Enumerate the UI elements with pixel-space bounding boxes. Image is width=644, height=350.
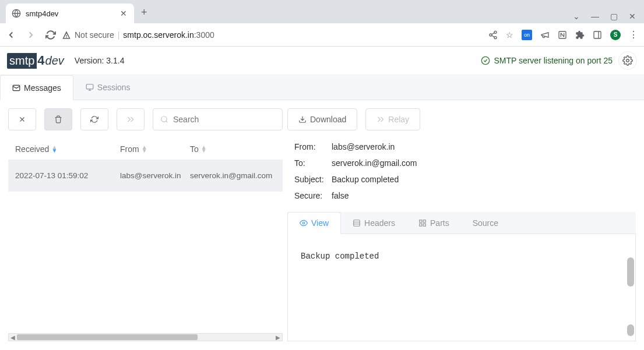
menu-icon[interactable]: ⋮ [629, 29, 638, 40]
svg-rect-9 [86, 84, 93, 89]
from-label: From: [294, 142, 332, 151]
app-logo: smtp 4 dev [7, 53, 64, 69]
vertical-scrollbar[interactable] [627, 257, 634, 336]
subject-value: Backup completed [332, 175, 399, 184]
svg-rect-14 [423, 220, 425, 222]
subject-label: Subject: [294, 175, 332, 184]
content-area: Received ▲▼ From ▲▼ To ▲▼ 2022-07-13 01:… [0, 100, 644, 349]
extension-notion-icon[interactable] [558, 30, 567, 40]
subtab-parts[interactable]: Parts [407, 212, 461, 234]
delete-button[interactable] [44, 108, 72, 130]
svg-point-11 [302, 222, 305, 224]
reload-button[interactable] [45, 30, 56, 40]
side-panel-icon[interactable] [593, 30, 602, 40]
check-circle-icon [481, 56, 490, 65]
url[interactable]: smtp.oc.serverok.in:3000 [123, 30, 214, 40]
detail-tabs: View Headers Parts Source [287, 212, 636, 234]
app-header: smtp 4 dev Version: 3.1.4 SMTP server li… [0, 47, 644, 75]
tab-messages[interactable]: Messages [0, 75, 73, 100]
message-row[interactable]: 2022-07-13 01:59:02 labs@serverok.in ser… [8, 160, 283, 192]
to-value: serverok.in@gmail.com [332, 158, 417, 168]
scroll-thumb[interactable] [627, 324, 634, 336]
relay-button[interactable]: Relay [365, 108, 420, 130]
forward-button[interactable] [26, 30, 36, 40]
svg-rect-12 [354, 220, 360, 226]
tab-close-icon[interactable]: ✕ [119, 8, 128, 19]
message-headers: From:labs@serverok.in To:serverok.in@gma… [287, 137, 636, 212]
close-window-icon[interactable]: ✕ [625, 12, 639, 21]
clear-button[interactable] [8, 108, 36, 130]
refresh-button[interactable] [80, 108, 108, 130]
extension-icon[interactable]: on [522, 30, 532, 40]
main-tabs: Messages Sessions [0, 75, 644, 100]
minimize-icon[interactable]: — [588, 12, 602, 21]
globe-icon [12, 9, 21, 18]
horizontal-scrollbar[interactable]: ◀ ▶ [8, 333, 283, 341]
relay-all-button[interactable] [117, 108, 145, 130]
scroll-thumb[interactable] [17, 334, 198, 340]
not-secure-indicator[interactable]: Not secure [62, 30, 114, 40]
svg-rect-5 [594, 31, 601, 38]
column-received[interactable]: Received ▲▼ [15, 144, 120, 154]
subtab-view[interactable]: View [287, 212, 341, 234]
tab-title: smtp4dev [26, 9, 114, 18]
maximize-icon[interactable]: ▢ [607, 12, 621, 21]
back-button[interactable] [6, 30, 16, 40]
svg-point-1 [494, 31, 497, 33]
svg-point-7 [627, 59, 629, 62]
message-body: Backup completed [287, 234, 636, 341]
subtab-source[interactable]: Source [461, 212, 510, 234]
svg-point-10 [161, 116, 167, 122]
version-label: Version: 3.1.4 [75, 56, 125, 65]
search-input-wrapper [153, 108, 283, 130]
svg-point-6 [482, 56, 490, 64]
window-chevron-icon[interactable]: ⌄ [569, 12, 583, 21]
new-tab-button[interactable]: + [141, 6, 147, 19]
sort-icon: ▲▼ [201, 146, 207, 153]
window-controls: ⌄ — ▢ ✕ [569, 12, 639, 21]
extensions-puzzle-icon[interactable] [575, 30, 585, 40]
sort-icon: ▲▼ [142, 146, 147, 153]
to-label: To: [294, 158, 332, 168]
svg-point-3 [494, 36, 497, 38]
scroll-right-icon[interactable]: ▶ [274, 334, 282, 341]
subtab-headers[interactable]: Headers [341, 212, 407, 234]
tab-sessions[interactable]: Sessions [73, 75, 143, 100]
scroll-left-icon[interactable]: ◀ [9, 334, 17, 341]
share-icon[interactable] [488, 30, 498, 40]
search-input[interactable] [173, 115, 275, 124]
browser-tab-bar: smtp4dev ✕ + ⌄ — ▢ ✕ [0, 0, 644, 23]
svg-rect-15 [420, 224, 422, 226]
address-bar: Not secure | smtp.oc.serverok.in:3000 ☆ … [0, 23, 644, 47]
svg-point-2 [490, 34, 492, 36]
browser-tab[interactable]: smtp4dev ✕ [6, 3, 134, 23]
secure-value: false [332, 191, 349, 200]
download-button[interactable]: Download [287, 108, 357, 130]
svg-rect-16 [423, 224, 425, 226]
scroll-thumb[interactable] [627, 257, 634, 287]
server-status: SMTP server listening on port 25 [481, 56, 613, 65]
column-from[interactable]: From ▲▼ [120, 144, 190, 154]
search-icon [160, 115, 168, 123]
table-header: Received ▲▼ From ▲▼ To ▲▼ [8, 139, 283, 160]
profile-icon[interactable]: S [610, 30, 621, 40]
secure-label: Secure: [294, 191, 332, 200]
star-icon[interactable]: ☆ [506, 30, 513, 40]
sort-icon: ▲▼ [51, 146, 57, 153]
from-value: labs@serverok.in [332, 142, 395, 151]
svg-rect-13 [420, 220, 422, 222]
message-detail-pane: Download Relay From:labs@serverok.in To:… [287, 108, 636, 341]
extension-megaphone-icon[interactable] [540, 30, 550, 40]
message-list-pane: Received ▲▼ From ▲▼ To ▲▼ 2022-07-13 01:… [8, 108, 283, 341]
column-to[interactable]: To ▲▼ [190, 144, 276, 154]
settings-button[interactable] [618, 51, 637, 70]
